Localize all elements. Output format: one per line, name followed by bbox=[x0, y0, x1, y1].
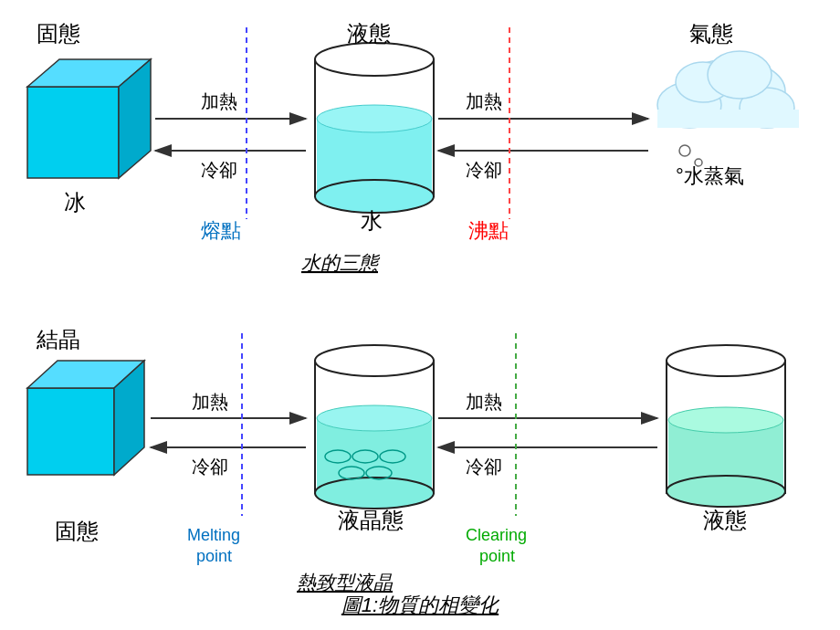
svg-text:固態: 固態 bbox=[55, 519, 99, 543]
svg-rect-3 bbox=[315, 59, 434, 196]
svg-rect-13 bbox=[657, 110, 799, 128]
svg-text:point: point bbox=[196, 547, 232, 565]
svg-text:熱致型液晶: 熱致型液晶 bbox=[297, 572, 394, 593]
svg-point-8 bbox=[676, 59, 785, 123]
svg-point-14 bbox=[679, 145, 690, 156]
main-caption: 圖1:物質的相變化 bbox=[341, 593, 499, 616]
svg-rect-40 bbox=[315, 361, 434, 493]
svg-text:冷卻: 冷卻 bbox=[201, 160, 237, 180]
svg-text:沸點: 沸點 bbox=[468, 219, 509, 242]
svg-text:水的三態: 水的三態 bbox=[301, 252, 381, 273]
svg-text:加熱: 加熱 bbox=[466, 392, 502, 412]
top-section: 固態 液態 氣態 冰 熔點 水 沸點 °水蒸氣 加熱 冷卻 加熱 冷卻 水的三態 bbox=[0, 0, 840, 301]
lc-cylinder bbox=[315, 345, 434, 509]
svg-text:°水蒸氣: °水蒸氣 bbox=[676, 164, 744, 187]
svg-rect-51 bbox=[668, 420, 783, 491]
svg-marker-0 bbox=[27, 87, 119, 178]
svg-point-47 bbox=[380, 450, 405, 463]
svg-point-11 bbox=[676, 62, 730, 102]
svg-point-7 bbox=[315, 180, 434, 213]
svg-text:冷卻: 冷卻 bbox=[466, 160, 502, 180]
svg-text:Melting: Melting bbox=[187, 526, 240, 544]
svg-text:point: point bbox=[479, 547, 515, 565]
svg-point-44 bbox=[315, 478, 434, 509]
svg-text:冷卻: 冷卻 bbox=[192, 457, 228, 477]
svg-marker-1 bbox=[27, 59, 151, 87]
svg-rect-41 bbox=[317, 418, 432, 491]
diagram: 固態 液態 氣態 冰 熔點 水 沸點 °水蒸氣 加熱 冷卻 加熱 冷卻 水的三態 bbox=[0, 0, 840, 630]
svg-point-15 bbox=[695, 159, 702, 166]
svg-point-46 bbox=[352, 450, 378, 463]
liquid-cylinder-right bbox=[667, 345, 785, 507]
svg-marker-38 bbox=[27, 361, 144, 388]
svg-text:加熱: 加熱 bbox=[466, 91, 502, 111]
svg-text:固態: 固態 bbox=[37, 21, 80, 46]
svg-text:冷卻: 冷卻 bbox=[466, 457, 502, 477]
water-cylinder-top bbox=[315, 43, 434, 213]
ice-cube bbox=[27, 59, 151, 178]
svg-point-6 bbox=[317, 105, 432, 132]
svg-point-54 bbox=[667, 476, 785, 507]
svg-text:結晶: 結晶 bbox=[36, 327, 80, 352]
svg-marker-37 bbox=[27, 388, 114, 475]
bottom-section: 結晶 固態 Melting point 液晶態 Clearing point 液… bbox=[0, 310, 840, 603]
svg-point-9 bbox=[657, 82, 721, 128]
svg-text:水: 水 bbox=[361, 208, 383, 233]
svg-point-48 bbox=[339, 467, 364, 479]
svg-text:冰: 冰 bbox=[64, 190, 86, 215]
bottom-section-svg: 結晶 固態 Melting point 液晶態 Clearing point 液… bbox=[0, 310, 840, 603]
svg-rect-4 bbox=[317, 119, 432, 194]
svg-text:熔點: 熔點 bbox=[201, 219, 241, 242]
svg-marker-39 bbox=[114, 361, 144, 475]
svg-point-42 bbox=[315, 345, 434, 376]
svg-point-10 bbox=[740, 88, 794, 128]
top-section-svg: 固態 液態 氣態 冰 熔點 水 沸點 °水蒸氣 加熱 冷卻 加熱 冷卻 水的三態 bbox=[0, 0, 840, 301]
svg-point-12 bbox=[708, 51, 772, 99]
cloud bbox=[657, 51, 799, 166]
svg-marker-2 bbox=[119, 59, 151, 178]
crystal-cube bbox=[27, 361, 144, 475]
svg-point-43 bbox=[317, 405, 432, 431]
svg-point-52 bbox=[667, 345, 785, 376]
svg-text:Clearing: Clearing bbox=[466, 526, 527, 544]
svg-text:液晶態: 液晶態 bbox=[338, 508, 404, 532]
svg-text:加熱: 加熱 bbox=[192, 392, 228, 412]
svg-text:液態: 液態 bbox=[347, 21, 391, 46]
svg-text:氣態: 氣態 bbox=[689, 21, 733, 46]
svg-point-5 bbox=[315, 43, 434, 76]
svg-point-53 bbox=[668, 407, 783, 433]
svg-text:加熱: 加熱 bbox=[201, 91, 237, 111]
svg-text:液態: 液態 bbox=[703, 508, 747, 532]
svg-point-49 bbox=[366, 467, 392, 479]
svg-rect-50 bbox=[667, 361, 785, 493]
svg-point-45 bbox=[325, 450, 351, 463]
